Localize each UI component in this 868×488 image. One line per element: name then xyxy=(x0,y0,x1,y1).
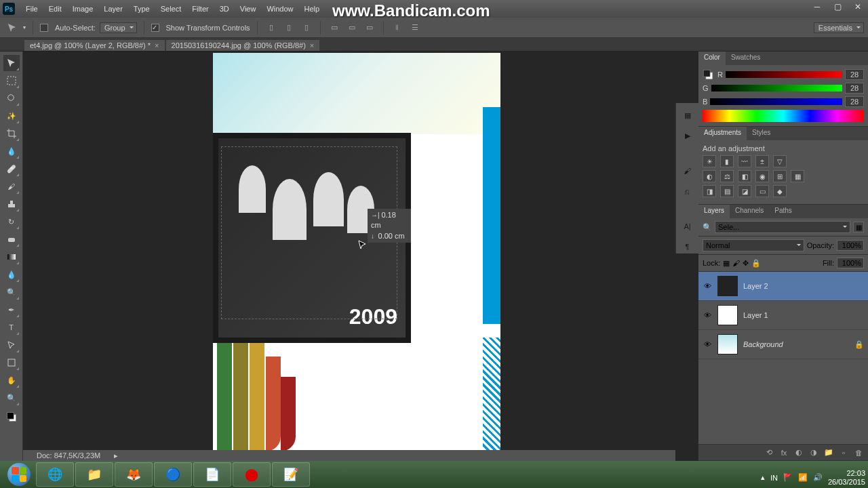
channel-mixer-icon[interactable]: ⊞ xyxy=(773,170,787,182)
menu-layer[interactable]: Layer xyxy=(98,5,128,13)
canvas[interactable]: 2009 →| 0.18 cm↓ 0.00 cm xyxy=(213,53,500,451)
tab-channels[interactable]: Channels xyxy=(730,205,769,218)
dodge-tool[interactable]: 🔍 xyxy=(3,284,20,300)
taskbar-recorder[interactable]: ⬤ xyxy=(233,462,271,487)
menu-image[interactable]: Image xyxy=(67,5,99,13)
visibility-toggle-icon[interactable]: 👁 xyxy=(703,281,712,291)
canvas-workspace[interactable]: 2009 →| 0.18 cm↓ 0.00 cm xyxy=(23,52,698,461)
hue-icon[interactable]: ◐ xyxy=(703,170,716,182)
menu-file[interactable]: File xyxy=(20,5,43,13)
tab-adjustments[interactable]: Adjustments xyxy=(698,127,747,140)
gradient-tool[interactable] xyxy=(3,249,20,265)
layer-effects-icon[interactable]: fx xyxy=(778,447,789,458)
move-tool[interactable] xyxy=(3,55,20,71)
document-tab-1[interactable]: et4.jpg @ 100% (Layer 2, RGB/8#) *× xyxy=(24,40,165,51)
hand-tool[interactable]: ✋ xyxy=(3,372,20,388)
photo-layer[interactable]: 2009 →| 0.18 cm↓ 0.00 cm xyxy=(213,133,411,343)
color-swatch-icon[interactable] xyxy=(703,69,713,81)
filter-pixel-icon[interactable]: ▦ xyxy=(853,222,864,232)
invert-icon[interactable]: ◨ xyxy=(703,185,716,197)
clone-stamp-tool[interactable] xyxy=(3,196,20,212)
new-layer-icon[interactable]: ▫ xyxy=(838,447,849,458)
layer-thumbnail[interactable] xyxy=(717,305,738,325)
r-slider[interactable] xyxy=(726,71,842,78)
shape-tool[interactable] xyxy=(3,354,20,371)
window-minimize-button[interactable]: ─ xyxy=(807,0,827,14)
visibility-toggle-icon[interactable]: 👁 xyxy=(703,340,712,349)
healing-brush-tool[interactable]: 🩹 xyxy=(3,161,20,177)
align-left-icon[interactable]: ▯ xyxy=(264,21,278,35)
tab-swatches[interactable]: Swatches xyxy=(726,52,766,65)
blur-tool[interactable]: 💧 xyxy=(3,266,20,283)
workspace-dropdown[interactable]: Essentials xyxy=(814,22,864,33)
blend-mode-dropdown[interactable]: Normal xyxy=(703,239,804,251)
adjustment-layer-icon[interactable]: ◑ xyxy=(808,447,819,458)
layer-name[interactable]: Background xyxy=(743,340,783,348)
status-chevron-icon[interactable]: ▸ xyxy=(114,451,118,460)
threshold-icon[interactable]: ◪ xyxy=(738,185,751,197)
layer-row[interactable]: 👁 Layer 2 xyxy=(698,272,868,301)
taskbar-firefox[interactable]: 🦊 xyxy=(115,462,153,487)
taskbar-notepad[interactable]: 📝 xyxy=(272,462,310,487)
menu-view[interactable]: View xyxy=(235,5,262,13)
menu-help[interactable]: Help xyxy=(299,5,326,13)
eraser-tool[interactable] xyxy=(3,231,20,247)
align-top-icon[interactable]: ▭ xyxy=(328,21,341,35)
curves-icon[interactable]: 〰 xyxy=(738,155,751,167)
align-center-h-icon[interactable]: ▯ xyxy=(282,21,296,35)
menu-select[interactable]: Select xyxy=(155,5,187,13)
exposure-icon[interactable]: ± xyxy=(755,155,769,167)
layer-name[interactable]: Layer 1 xyxy=(743,311,768,319)
r-value[interactable]: 28 xyxy=(845,69,864,80)
menu-3d[interactable]: 3D xyxy=(214,5,235,13)
align-bottom-icon[interactable]: ▭ xyxy=(363,21,376,35)
auto-select-target-dropdown[interactable]: Group xyxy=(100,22,137,33)
lasso-tool[interactable] xyxy=(3,90,20,106)
distribute-h-icon[interactable]: ⦀ xyxy=(391,21,404,35)
window-maximize-button[interactable]: ▢ xyxy=(827,0,848,14)
tray-lang[interactable]: IN xyxy=(770,474,778,482)
layer-row[interactable]: 👁 Background 🔒 xyxy=(698,330,868,359)
vibrance-icon[interactable]: ▽ xyxy=(773,155,787,167)
color-lookup-icon[interactable]: ▦ xyxy=(791,170,804,182)
align-right-icon[interactable]: ▯ xyxy=(300,21,313,35)
opacity-input[interactable]: 100% xyxy=(837,240,864,251)
tray-clock[interactable]: 22:0326/03/2015 xyxy=(828,469,865,487)
layer-name[interactable]: Layer 2 xyxy=(743,282,768,290)
visibility-toggle-icon[interactable]: 👁 xyxy=(703,310,712,320)
taskbar-chrome[interactable]: 🔵 xyxy=(154,462,192,487)
group-icon[interactable]: 📁 xyxy=(823,447,834,458)
lock-pixels-icon[interactable]: 🖌 xyxy=(732,259,740,267)
g-value[interactable]: 28 xyxy=(845,83,864,94)
type-tool[interactable]: T xyxy=(3,319,20,336)
tray-flag-icon[interactable]: 🚩 xyxy=(783,473,793,482)
layer-thumbnail[interactable] xyxy=(717,334,738,354)
lock-position-icon[interactable]: ✥ xyxy=(743,259,749,268)
tab-layers[interactable]: Layers xyxy=(698,205,730,218)
window-close-button[interactable]: ✕ xyxy=(848,0,868,14)
character-panel-icon[interactable]: A| xyxy=(681,220,694,233)
delete-layer-icon[interactable]: 🗑 xyxy=(853,447,864,458)
brushes-icon[interactable]: ⎌ xyxy=(681,184,694,198)
tab-paths[interactable]: Paths xyxy=(769,205,797,218)
search-icon[interactable]: 🔍 xyxy=(703,223,712,232)
menu-window[interactable]: Window xyxy=(261,5,298,13)
tab-styles[interactable]: Styles xyxy=(747,127,776,140)
zoom-tool[interactable]: 🔍 xyxy=(3,390,20,406)
move-tool-indicator-icon[interactable] xyxy=(5,21,19,35)
taskbar-ie[interactable]: 🌐 xyxy=(36,462,74,487)
spectrum-bar[interactable] xyxy=(703,110,864,122)
photo-filter-icon[interactable]: ◉ xyxy=(755,170,769,182)
selective-color-icon[interactable]: ◆ xyxy=(773,185,787,197)
show-transform-checkbox[interactable] xyxy=(151,24,159,32)
menu-filter[interactable]: Filter xyxy=(186,5,214,13)
paragraph-panel-icon[interactable]: ¶ xyxy=(681,240,694,253)
b-slider[interactable] xyxy=(710,98,842,105)
fill-input[interactable]: 100% xyxy=(837,258,864,268)
g-slider[interactable] xyxy=(711,85,842,92)
lock-transparent-icon[interactable]: ▦ xyxy=(723,259,730,268)
layer-thumbnail[interactable] xyxy=(717,276,738,296)
posterize-icon[interactable]: ▤ xyxy=(720,185,734,197)
brush-panel-icon[interactable]: 🖌 xyxy=(681,164,694,178)
history-panel-icon[interactable]: ▦ xyxy=(681,108,694,122)
